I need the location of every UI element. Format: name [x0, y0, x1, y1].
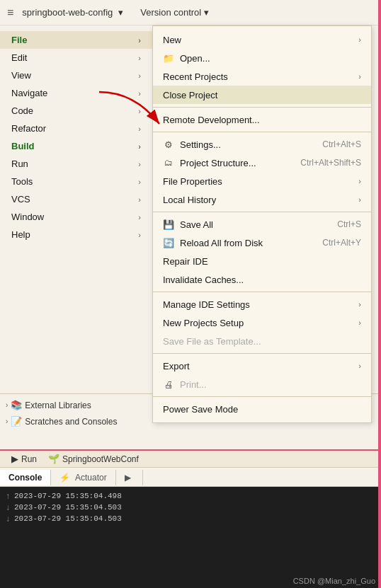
submenu-save-all-shortcut: Ctrl+S: [337, 219, 361, 229]
submenu-new[interactable]: New ›: [153, 30, 371, 49]
submenu-repair-ide[interactable]: Repair IDE: [153, 252, 371, 270]
hamburger-menu-icon[interactable]: ≡: [7, 6, 13, 19]
console-row-1: ↑ 2023-07-29 15:35:04.498: [6, 491, 375, 501]
menu-vcs-arrow: ›: [138, 195, 141, 204]
menu-item-run[interactable]: Run ›: [0, 155, 152, 173]
menu-vcs-label: VCS: [11, 194, 30, 204]
actuator-icon: ⚡: [59, 473, 70, 483]
submenu-divider-4: [153, 292, 371, 292]
submenu-export-label: Export: [163, 361, 190, 371]
menu-refactor-label: Refactor: [11, 123, 46, 134]
scratches-icon: 📝: [11, 416, 22, 427]
file-submenu: New › 📁 Open... Recent Projects › Close …: [152, 25, 372, 423]
console-down-arrow-1[interactable]: ↓: [6, 502, 10, 512]
menu-item-file[interactable]: File ›: [0, 31, 152, 49]
submenu-file-properties[interactable]: File Properties ›: [153, 172, 371, 190]
external-libraries-label: External Libraries: [25, 400, 91, 410]
expand-icon: ›: [6, 401, 8, 409]
menu-run-label: Run: [11, 158, 28, 169]
menu-file-arrow: ›: [138, 36, 141, 45]
submenu-settings-shortcut: Ctrl+Alt+S: [322, 139, 361, 149]
submenu-invalidate-label: Invalidate Caches...: [163, 275, 244, 285]
console-tabs: Console ⚡ Actuator ▶: [0, 468, 381, 487]
submenu-power-save-label: Power Save Mode: [163, 404, 238, 415]
submenu-divider-2: [153, 132, 371, 132]
submenu-file-properties-arrow: ›: [358, 177, 361, 185]
project-selector[interactable]: springboot-web-config ▾: [22, 7, 126, 18]
menu-item-tools[interactable]: Tools ›: [0, 173, 152, 190]
submenu-manage-ide-label: Manage IDE Settings: [163, 299, 250, 310]
submenu-file-properties-label: File Properties: [163, 176, 222, 187]
submenu-open-label: Open...: [180, 53, 210, 64]
tab-console[interactable]: Console: [0, 470, 51, 485]
submenu-divider-6: [153, 396, 371, 397]
pink-accent-border: [378, 0, 381, 588]
console-up-arrow-1[interactable]: ↑: [6, 491, 10, 501]
submenu-project-structure-shortcut: Ctrl+Alt+Shift+S: [300, 158, 361, 168]
menu-item-vcs[interactable]: VCS ›: [0, 190, 152, 208]
submenu-export[interactable]: Export ›: [153, 357, 371, 375]
menu-build-label: Build: [11, 141, 35, 151]
submenu-new-projects-label: New Projects Setup: [163, 318, 244, 328]
menu-item-help[interactable]: Help ›: [0, 226, 152, 243]
menu-run-arrow: ›: [138, 160, 141, 168]
submenu-new-projects-setup[interactable]: New Projects Setup ›: [153, 313, 371, 332]
run-icon: ▶: [11, 454, 18, 464]
menu-item-view[interactable]: View ›: [0, 67, 152, 84]
submenu-manage-ide-arrow: ›: [358, 300, 361, 309]
watermark-text: CSDN @Mian_zhi_Guo: [293, 577, 375, 585]
version-dropdown-icon: ▾: [204, 7, 209, 18]
submenu-remote-label: Remote Development...: [163, 115, 260, 125]
menu-item-code[interactable]: Code ›: [0, 102, 152, 120]
menu-item-window[interactable]: Window ›: [0, 208, 152, 226]
menu-window-label: Window: [11, 212, 44, 222]
print-icon: 🖨: [163, 379, 174, 390]
menu-tools-arrow: ›: [138, 178, 141, 186]
submenu-power-save[interactable]: Power Save Mode: [153, 400, 371, 418]
console-timestamp-2: 2023-07-29 15:35:04.503: [14, 503, 122, 512]
menu-item-edit[interactable]: Edit ›: [0, 49, 152, 67]
run-bar-run[interactable]: ▶ Run: [6, 452, 42, 466]
settings-icon: ⚙: [163, 139, 174, 150]
menu-item-build[interactable]: Build ›: [0, 137, 152, 155]
menu-window-arrow: ›: [138, 213, 141, 221]
submenu-project-structure-label: Project Structure...: [180, 158, 256, 168]
submenu-open[interactable]: 📁 Open...: [153, 49, 371, 67]
menu-view-arrow: ›: [138, 71, 141, 80]
submenu-new-projects-arrow: ›: [358, 318, 361, 327]
actuator-tab-label: Actuator: [75, 473, 107, 483]
run-bar-project[interactable]: 🌱 SpringbootWebConf: [42, 452, 144, 466]
submenu-save-all[interactable]: 💾 Save All Ctrl+S: [153, 215, 371, 234]
scratches-consoles-label: Scratches and Consoles: [25, 417, 117, 427]
submenu-recent-arrow: ›: [358, 72, 361, 81]
submenu-export-arrow: ›: [358, 362, 361, 370]
submenu-repair-label: Repair IDE: [163, 256, 208, 267]
console-tab-label: Console: [8, 473, 42, 483]
folder-icon: 📁: [163, 52, 174, 64]
menu-item-navigate[interactable]: Navigate ›: [0, 84, 152, 102]
submenu-divider-5: [153, 353, 371, 354]
submenu-new-label: New: [163, 35, 181, 45]
submenu-save-template-label: Save File as Template...: [163, 336, 261, 347]
submenu-recent-projects[interactable]: Recent Projects ›: [153, 67, 371, 86]
submenu-remote-development[interactable]: Remote Development...: [153, 110, 371, 129]
submenu-close-label: Close Project: [163, 90, 217, 100]
submenu-settings[interactable]: ⚙ Settings... Ctrl+Alt+S: [153, 135, 371, 154]
tab-extra[interactable]: ▶: [116, 470, 143, 485]
submenu-save-all-label: Save All: [180, 219, 213, 230]
submenu-manage-ide[interactable]: Manage IDE Settings ›: [153, 295, 371, 313]
console-down-arrow-2[interactable]: ↓: [6, 514, 10, 524]
expand-icon-2: ›: [6, 417, 8, 425]
tab-actuator[interactable]: ⚡ Actuator: [51, 470, 115, 485]
submenu-project-structure[interactable]: 🗂 Project Structure... Ctrl+Alt+Shift+S: [153, 154, 371, 172]
reload-icon: 🔄: [163, 237, 174, 248]
menu-code-arrow: ›: [138, 107, 141, 115]
console-output: ↑ 2023-07-29 15:35:04.498 ↓ 2023-07-29 1…: [0, 487, 381, 588]
submenu-settings-label: Settings...: [180, 139, 221, 150]
submenu-invalidate-caches[interactable]: Invalidate Caches...: [153, 270, 371, 289]
submenu-reload[interactable]: 🔄 Reload All from Disk Ctrl+Alt+Y: [153, 234, 371, 252]
submenu-local-history[interactable]: Local History ›: [153, 190, 371, 209]
submenu-close-project[interactable]: Close Project: [153, 86, 371, 104]
menu-item-refactor[interactable]: Refactor ›: [0, 120, 152, 137]
version-control-selector[interactable]: Version control ▾: [140, 7, 209, 18]
